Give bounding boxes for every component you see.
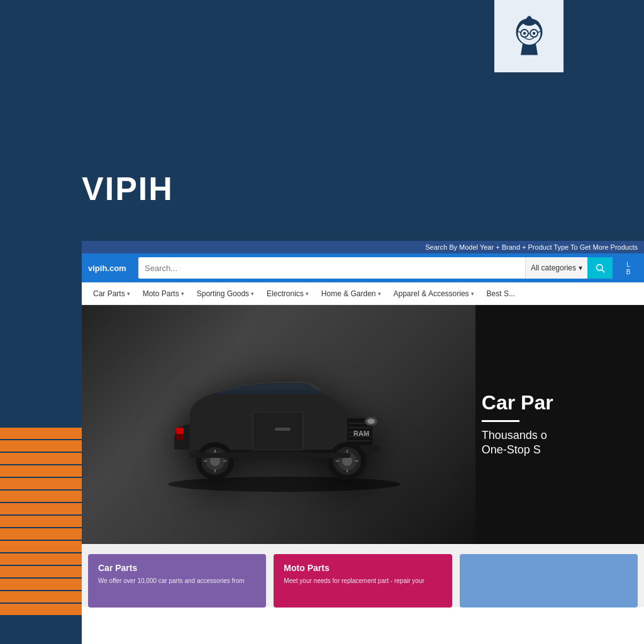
announcement-text: Search By Model Year + Brand + Product T… xyxy=(425,243,638,251)
svg-text:RAM: RAM xyxy=(353,430,369,437)
category-section: Car Parts We offer over 10,000 car parts… xyxy=(82,544,644,607)
svg-point-8 xyxy=(532,32,535,35)
site-header: vipih.com All categories ▾ LB xyxy=(82,253,644,282)
nav-item-best-sellers[interactable]: Best S... xyxy=(482,282,520,305)
hero-subtitle: Thousands o One-Stop S xyxy=(482,428,638,458)
mascot-icon xyxy=(506,13,553,60)
search-icon xyxy=(595,263,605,273)
chevron-down-icon: ▾ xyxy=(251,291,254,297)
nav-item-electronics[interactable]: Electronics ▾ xyxy=(262,282,314,305)
nav-item-apparel[interactable]: Apparel & Accessories ▾ xyxy=(389,282,479,305)
search-button[interactable] xyxy=(587,257,613,279)
hero-divider xyxy=(482,420,519,422)
chevron-down-icon: ▾ xyxy=(181,291,184,297)
site-preview: Search By Model Year + Brand + Product T… xyxy=(82,241,644,644)
hero-banner: RAM xyxy=(82,305,644,544)
logo-box xyxy=(494,0,564,72)
cat-card-desc: Meet your needs for replacement part - r… xyxy=(284,577,441,586)
svg-point-23 xyxy=(367,419,375,424)
svg-point-11 xyxy=(526,16,531,23)
chevron-down-icon: ▾ xyxy=(127,291,130,297)
nav-item-moto-parts[interactable]: Moto Parts ▾ xyxy=(138,282,189,305)
hero-title: Car Par xyxy=(482,392,638,414)
svg-rect-40 xyxy=(190,453,350,458)
svg-point-14 xyxy=(168,477,401,492)
cat-card-title: Moto Parts xyxy=(284,563,441,573)
cat-card-car-parts[interactable]: Car Parts We offer over 10,000 car parts… xyxy=(88,554,266,608)
category-label: All categories xyxy=(531,264,576,272)
hero-car-area: RAM xyxy=(82,305,487,544)
category-dropdown[interactable]: All categories ▾ xyxy=(525,257,587,279)
chevron-down-icon: ▾ xyxy=(378,291,381,297)
chevron-down-icon: ▾ xyxy=(306,291,309,297)
cat-card-third[interactable] xyxy=(460,554,638,608)
truck-image: RAM xyxy=(152,355,416,494)
nav-item-car-parts[interactable]: Car Parts ▾ xyxy=(88,282,135,305)
svg-rect-45 xyxy=(176,428,184,434)
cat-card-desc: We offer over 10,000 car parts and acces… xyxy=(98,577,256,586)
header-user-area[interactable]: LB xyxy=(619,260,638,275)
site-navigation: Car Parts ▾ Moto Parts ▾ Sporting Goods … xyxy=(82,282,644,305)
site-logo: vipih.com xyxy=(88,264,132,273)
svg-rect-42 xyxy=(275,428,291,431)
svg-line-13 xyxy=(602,270,604,272)
chevron-down-icon: ▾ xyxy=(579,264,582,272)
search-bar[interactable]: All categories ▾ xyxy=(138,257,613,279)
nav-item-home-garden[interactable]: Home & Garden ▾ xyxy=(316,282,386,305)
svg-point-7 xyxy=(523,32,526,35)
cat-card-moto-parts[interactable]: Moto Parts Meet your needs for replaceme… xyxy=(274,554,452,608)
brand-title: VIPIH xyxy=(82,170,174,208)
chevron-down-icon: ▾ xyxy=(471,291,474,297)
orange-decoration xyxy=(0,428,82,644)
hero-text-area: Car Par Thousands o One-Stop S xyxy=(475,305,644,544)
cat-card-title: Car Parts xyxy=(98,563,256,573)
login-label: LB xyxy=(626,261,631,275)
nav-item-sporting-goods[interactable]: Sporting Goods ▾ xyxy=(192,282,259,305)
svg-rect-43 xyxy=(331,406,343,413)
search-input[interactable] xyxy=(138,257,525,279)
announcement-bar: Search By Model Year + Brand + Product T… xyxy=(82,241,644,253)
